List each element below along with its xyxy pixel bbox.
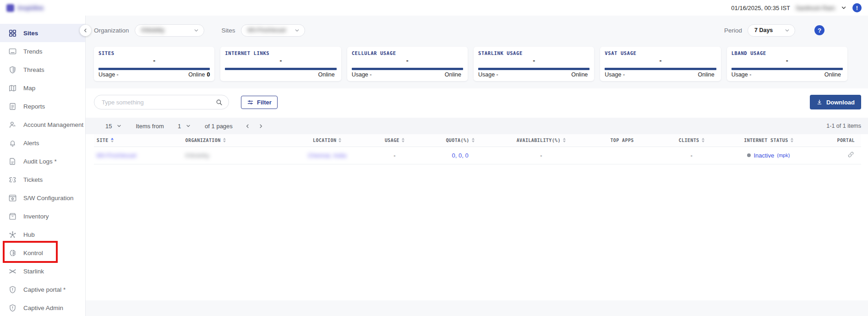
sidebar-item-sw-configuration[interactable]: S/W Configuration [0, 189, 85, 207]
stat-card-online-label: Online [188, 71, 205, 78]
stat-card-usage: Usage - [478, 71, 498, 78]
sidebar-item-label: Alerts [23, 140, 39, 147]
usage-cell: - [368, 147, 422, 164]
internet-status: Inactive(mpk) [747, 152, 790, 159]
stat-card-cellular-usage: CELLULAR USAGE - Usage - Online [347, 47, 468, 81]
sidebar-item-map[interactable]: Map [0, 79, 85, 97]
page-size-dropdown[interactable]: 15 [105, 123, 122, 130]
notification-badge-icon[interactable]: ! [852, 3, 862, 12]
sidebar-item-label: Captive portal * [23, 286, 66, 293]
quota-link[interactable]: 0, 0, 0 [452, 152, 469, 159]
top-apps-cell [584, 147, 661, 164]
table-header-row: SITE ORGANIZATION LOCATION USAGE QUOTA(%… [94, 134, 861, 147]
column-header-clients[interactable]: CLIENTS [661, 134, 722, 147]
sort-icon[interactable] [223, 138, 226, 142]
page-number-dropdown[interactable]: 1 [178, 123, 191, 130]
sidebar-item-reports[interactable]: Reports [0, 97, 85, 115]
stat-card-online-label: Online [824, 71, 841, 78]
app-logo-text: Inspidea [17, 4, 44, 11]
stat-card-value: - [98, 56, 210, 65]
stat-card-value: - [732, 56, 843, 65]
sites-table: SITE ORGANIZATION LOCATION USAGE QUOTA(%… [94, 134, 861, 164]
sidebar-item-captive-admin[interactable]: Captive Admin [0, 299, 85, 316]
sidebar-item-audit-logs[interactable]: Audit Logs * [0, 152, 85, 170]
status-dot-icon [747, 153, 751, 157]
report-icon [8, 102, 17, 111]
starlink-icon [8, 267, 17, 276]
column-header-usage[interactable]: USAGE [368, 134, 422, 147]
stat-card-usage: Usage - [98, 71, 119, 78]
help-icon[interactable]: ? [814, 25, 824, 35]
column-header-quota[interactable]: QUOTA(%) [421, 134, 498, 147]
stat-card-title: STARLINK USAGE [478, 50, 590, 56]
app-logo[interactable]: Inspidea [6, 4, 44, 12]
chevron-down-icon [186, 123, 191, 129]
filter-bar: Organization KMobility Sites MV-FirstVes… [94, 16, 861, 45]
stat-card-bar [605, 68, 716, 70]
sidebar-item-label: Account Management [23, 121, 83, 128]
filter-button[interactable]: Filter [241, 96, 278, 109]
sidebar-item-kontrol[interactable]: Kontrol [0, 244, 85, 262]
period-dropdown[interactable]: 7 Days [748, 24, 795, 37]
sort-icon[interactable] [702, 138, 704, 142]
sidebar-item-starlink[interactable]: Starlink [0, 262, 85, 280]
page-size-value: 15 [105, 123, 112, 130]
sidebar-item-trends[interactable]: Trends [0, 42, 85, 60]
sort-icon[interactable] [472, 138, 475, 142]
sidebar-item-label: Map [23, 85, 35, 92]
sidebar-item-inventory[interactable]: Inventory [0, 207, 85, 225]
column-header-location[interactable]: LOCATION [287, 134, 368, 147]
organization-cell: KMobility [186, 152, 210, 159]
shield-alert-icon [8, 285, 17, 294]
sort-icon[interactable] [338, 138, 341, 142]
sidebar-item-label: Threats [23, 66, 44, 73]
search-box[interactable] [94, 95, 229, 109]
sidebar-item-tickets[interactable]: Tickets [0, 170, 85, 189]
stat-card-title: INTERNET LINKS [225, 50, 336, 56]
column-header-organization[interactable]: ORGANIZATION [183, 134, 287, 147]
sidebar-item-label: Audit Logs * [23, 158, 57, 165]
sidebar-item-threats[interactable]: Threats [0, 60, 85, 79]
previous-page-button[interactable] [245, 123, 251, 129]
download-button[interactable]: Download [810, 95, 861, 109]
portal-link-icon[interactable] [847, 153, 855, 160]
location-link[interactable]: Chennai, India [308, 152, 346, 159]
sort-icon[interactable] [791, 138, 793, 142]
sidebar-item-alerts[interactable]: Alerts [0, 134, 85, 152]
user-name: Santhosh Ram [796, 5, 835, 11]
sidebar-item-account-management[interactable]: Account Management [0, 115, 85, 134]
stat-card-online-label: Online [571, 71, 588, 78]
stat-card-usage: Usage - [732, 71, 752, 78]
shield-alert-icon [8, 304, 17, 312]
sidebar-item-label: Starlink [23, 268, 44, 275]
stat-cards-row: SITES - Usage - Online0 INTERNET LINKS -… [94, 47, 861, 81]
column-header-availability[interactable]: AVAILABILITY(%) [499, 134, 584, 147]
user-icon [8, 120, 17, 129]
sort-icon[interactable] [563, 138, 566, 142]
search-input[interactable] [102, 99, 215, 106]
stat-card-online-label: Online [445, 71, 461, 78]
organization-value: KMobility [142, 27, 165, 33]
stat-card-sites: SITES - Usage - Online0 [94, 47, 214, 81]
sidebar-item-hub[interactable]: Hub [0, 225, 85, 244]
sidebar-item-label: Hub [23, 231, 35, 238]
site-link[interactable]: MV-FirstVessel [97, 152, 136, 159]
internet-status-text: Inactive [753, 152, 774, 159]
sidebar-collapse-button[interactable] [80, 25, 91, 36]
sites-dropdown[interactable]: MV-FirstVessel [241, 24, 305, 37]
sort-icon[interactable] [402, 138, 404, 142]
datetime-label: 01/16/2025, 00:35 IST [731, 5, 790, 11]
stat-card-internet-links: INTERNET LINKS - Online [220, 47, 341, 81]
tune-icon [247, 99, 254, 106]
top-bar: Inspidea 01/16/2025, 00:35 IST Santhosh … [0, 0, 868, 16]
sidebar-item-sites[interactable]: Sites [0, 24, 85, 42]
window-gear-icon [8, 194, 17, 202]
sort-icon[interactable] [111, 138, 114, 142]
organization-dropdown[interactable]: KMobility [135, 24, 204, 37]
column-header-internet-status[interactable]: INTERNET STATUS [722, 134, 815, 147]
next-page-button[interactable] [258, 123, 264, 129]
stat-card-usage: Usage - [352, 71, 372, 78]
column-header-site[interactable]: SITE [94, 134, 183, 147]
user-menu-chevron-down-icon[interactable] [841, 5, 847, 11]
sidebar-item-captive-portal[interactable]: Captive portal * [0, 280, 85, 299]
